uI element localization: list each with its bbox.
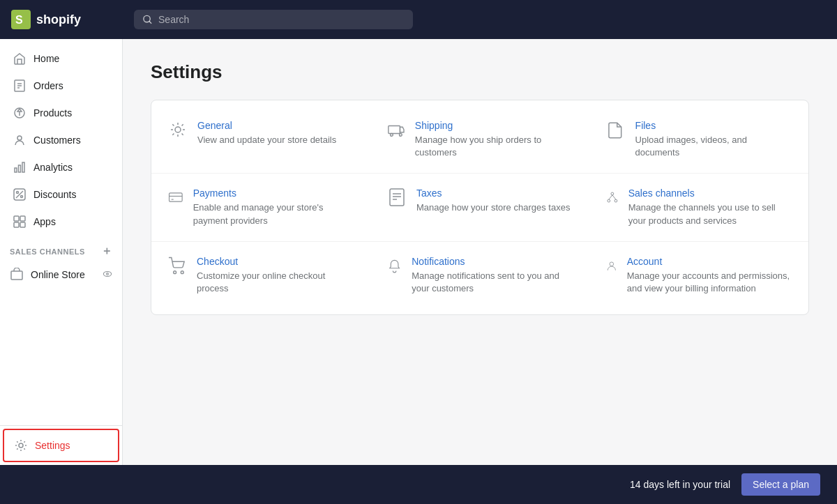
account-title[interactable]: Account [627,256,792,267]
sidebar-item-analytics[interactable]: Analytics [3,154,119,181]
checkout-icon [168,256,187,275]
logo-area: S shopify [11,10,123,29]
online-store-icon [10,268,24,282]
files-content: Files Upload images, videos, and documen… [635,120,792,159]
taxes-content: Taxes Manage how your store charges taxe… [416,188,570,214]
home-icon [13,52,27,66]
payments-content: Payments Enable and manage your store's … [193,188,354,227]
sales-channels-title: SALES CHANNELS ＋ [0,236,122,261]
account-desc: Manage your accounts and permissions, an… [627,270,792,295]
svg-line-3 [149,21,151,23]
settings-item-checkout[interactable]: Checkout Customize your online checkout … [151,242,370,309]
payments-desc: Enable and manage your store's payment p… [193,201,354,227]
settings-item-shipping[interactable]: Shipping Manage how you ship orders to c… [370,106,589,174]
sidebar-item-products[interactable]: Products [3,100,119,126]
svg-rect-34 [390,189,404,206]
payments-icon [168,188,183,207]
svg-point-26 [19,443,23,448]
files-desc: Upload images, videos, and documents [635,134,792,159]
select-plan-button[interactable]: Select a plan [741,473,820,496]
svg-point-44 [181,270,183,273]
settings-item-payments[interactable]: Payments Enable and manage your store's … [151,174,370,241]
page-title: Settings [151,61,809,83]
sidebar-item-label: Analytics [33,162,73,173]
checkout-content: Checkout Customize your online checkout … [197,256,354,295]
customers-icon [13,133,27,147]
sales-channels-title-item[interactable]: Sales channels [628,188,792,199]
search-input[interactable] [158,14,405,25]
bottom-bar: 14 days left in your trial Select a plan [0,465,837,504]
sales-channels-icon [606,188,619,207]
notifications-content: Notifications Manage notifications sent … [412,256,573,295]
discounts-icon [13,188,27,201]
settings-grid: General View and update your store detai… [151,106,808,309]
settings-item-sales-channels[interactable]: Sales channels Manage the channels you u… [589,174,808,241]
account-content: Account Manage your accounts and permiss… [627,256,792,295]
sales-channels-content: Sales channels Manage the channels you u… [628,188,792,227]
shipping-icon [387,120,405,139]
analytics-icon [13,160,27,174]
svg-point-38 [611,192,614,195]
sidebar-item-home[interactable]: Home [3,45,119,72]
settings-label: Settings [35,440,70,451]
main-content: Settings General View and update your st… [123,39,837,465]
svg-text:S: S [15,14,23,26]
payments-title[interactable]: Payments [193,188,354,199]
svg-rect-12 [15,168,17,172]
taxes-title[interactable]: Taxes [416,188,570,199]
settings-item-taxes[interactable]: Taxes Manage how your store charges taxe… [370,174,589,241]
files-icon [606,120,626,139]
sidebar-bottom: Settings [0,425,122,465]
checkout-title[interactable]: Checkout [197,256,354,267]
sidebar-item-customers[interactable]: Customers [3,127,119,153]
svg-rect-19 [14,216,19,221]
sidebar-item-label: Apps [33,216,56,227]
sidebar-item-label: Home [33,53,59,64]
svg-point-15 [17,192,19,194]
svg-line-42 [612,195,616,199]
sidebar-item-apps[interactable]: Apps [3,208,119,235]
svg-line-17 [16,191,23,198]
eye-icon[interactable] [103,269,112,281]
files-title[interactable]: Files [635,120,792,131]
svg-rect-14 [22,162,24,172]
sidebar-item-label: Discounts [33,189,76,200]
main-layout: Home Orders Products Customers Analytics [0,39,837,465]
settings-item-account[interactable]: Account Manage your accounts and permiss… [589,242,808,309]
settings-item-notifications[interactable]: Notifications Manage notifications sent … [370,242,589,309]
sidebar-item-orders[interactable]: Orders [3,72,119,99]
sidebar-item-label: Customers [33,135,81,146]
add-channel-icon[interactable]: ＋ [101,244,113,259]
svg-point-43 [174,270,176,273]
notifications-title[interactable]: Notifications [412,256,573,267]
svg-point-11 [17,136,22,140]
general-title[interactable]: General [197,120,336,131]
svg-rect-22 [20,222,25,227]
svg-line-41 [609,195,612,199]
general-content: General View and update your store detai… [197,120,336,146]
sidebar-item-label: Products [33,107,72,119]
settings-item-general[interactable]: General View and update your store detai… [151,106,370,174]
products-icon [13,106,27,120]
sidebar-item-discounts[interactable]: Discounts [3,181,119,208]
sidebar-item-settings[interactable]: Settings [3,429,119,462]
taxes-desc: Manage how your store charges taxes [416,201,570,214]
svg-point-29 [391,134,393,137]
general-icon [168,120,188,139]
svg-point-27 [175,127,181,132]
search-input-wrap[interactable] [134,10,413,29]
sidebar-item-online-store[interactable]: Online Store [0,261,122,288]
settings-item-files[interactable]: Files Upload images, videos, and documen… [589,106,808,174]
shipping-title[interactable]: Shipping [415,120,573,131]
orders-icon [13,79,27,93]
channel-label: Online Store [31,269,85,280]
svg-point-40 [614,200,617,203]
svg-point-25 [107,273,109,275]
general-desc: View and update your store details [197,134,336,146]
sidebar: Home Orders Products Customers Analytics [0,39,123,465]
svg-rect-31 [169,193,183,201]
settings-icon [14,438,28,452]
svg-point-24 [103,271,111,276]
svg-point-39 [608,200,610,203]
svg-marker-9 [17,109,22,112]
